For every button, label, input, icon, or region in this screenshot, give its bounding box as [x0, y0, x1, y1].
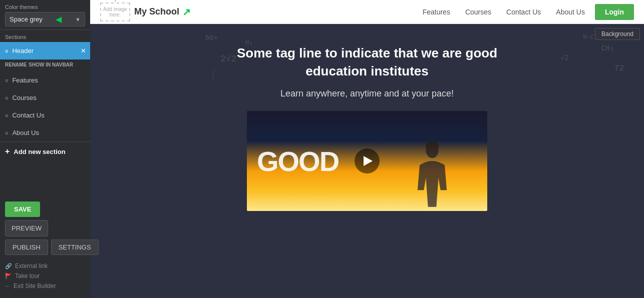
show-in-navbar-button[interactable]: SHOW IN NAVBAR — [29, 61, 73, 68]
take-tour-label: Take tour — [15, 272, 40, 280]
nav-about[interactable]: About Us — [556, 8, 585, 16]
color-theme-dropdown-arrow: ▼ — [75, 16, 81, 22]
video-container[interactable]: GOOD — [247, 111, 487, 211]
add-section-button[interactable]: + Add new section — [0, 142, 90, 161]
exit-label: Exit Site Builder — [14, 282, 56, 290]
sidebar-links: 🔗 External link 🚩 Take tour ← Exit Site … — [0, 259, 90, 293]
site-name-text: My School — [134, 6, 179, 17]
video-good-text: GOOD — [257, 144, 339, 177]
nav-features[interactable]: Features — [423, 8, 450, 16]
nav-links: Features Courses Contact Us About Us — [423, 8, 585, 16]
external-link-label: External link — [15, 262, 48, 270]
sections-label: Sections — [0, 30, 90, 42]
rename-button[interactable]: RENAME — [5, 61, 27, 68]
settings-button[interactable]: SETTINGS — [51, 240, 99, 255]
section-item-label: Header — [12, 47, 34, 54]
section-features-label: Features — [12, 76, 38, 84]
drag-icon: ≡ — [5, 48, 8, 54]
color-themes-label: Color themes — [0, 0, 90, 12]
video-thumbnail: GOOD — [247, 111, 487, 211]
drag-icon-courses: ≡ — [5, 95, 8, 101]
section-item-features[interactable]: ≡ Features — [0, 72, 90, 89]
exit-site-builder-link[interactable]: ← Exit Site Builder — [5, 281, 85, 291]
section-item-header[interactable]: ≡ Header ✕ — [0, 42, 90, 60]
publish-button[interactable]: PUBLISH — [5, 240, 48, 255]
top-nav: ↑ Add image here. My School ↗ Features C… — [90, 0, 644, 24]
section-item-about[interactable]: ≡ About Us — [0, 124, 90, 142]
save-button[interactable]: SAVE — [5, 202, 40, 217]
color-theme-green-arrow: ◀ — [56, 14, 62, 24]
login-button[interactable]: Login — [595, 4, 634, 20]
sidebar: Color themes Space grey ◀ ▼ Sections ≡ H… — [0, 0, 90, 298]
color-theme-value: Space grey — [10, 16, 43, 23]
drag-icon-features: ≡ — [5, 78, 8, 84]
nav-courses[interactable]: Courses — [465, 8, 491, 16]
btn-row2: PUBLISH SETTINGS — [0, 240, 90, 259]
section-contact-label: Contact Us — [12, 112, 44, 119]
site-name: My School ↗ — [134, 6, 191, 18]
close-icon[interactable]: ✕ — [81, 47, 86, 54]
section-item-contact[interactable]: ≡ Contact Us — [0, 106, 90, 124]
preview-button[interactable]: PREVIEW — [5, 220, 48, 236]
drag-icon-contact: ≡ — [5, 112, 8, 118]
play-button[interactable] — [355, 148, 380, 174]
person-silhouette — [407, 136, 457, 211]
drag-icon-about: ≡ — [5, 130, 8, 136]
sidebar-buttons: SAVE PREVIEW — [0, 196, 90, 240]
logo-arrow-up: ↑ — [113, 0, 118, 4]
site-name-arrow: ↗ — [182, 6, 191, 18]
external-link[interactable]: 🔗 External link — [5, 261, 85, 271]
section-item-courses[interactable]: ≡ Courses — [0, 89, 90, 106]
take-tour-link[interactable]: 🚩 Take tour — [5, 271, 85, 281]
take-tour-icon: 🚩 — [5, 273, 12, 280]
sidebar-footer: SAVE PREVIEW PUBLISH SETTINGS 🔗 External… — [0, 196, 90, 298]
section-actions: RENAME SHOW IN NAVBAR — [0, 60, 90, 72]
hero-content: Some tag line to indicate that we are go… — [90, 24, 644, 211]
logo-placeholder[interactable]: ↑ Add image here. — [100, 2, 130, 22]
hero-title: Some tag line to indicate that we are go… — [217, 44, 517, 80]
background-button[interactable]: Background — [595, 28, 640, 40]
svg-point-1 — [426, 142, 439, 152]
main-area: ↑ Add image here. My School ↗ Features C… — [90, 0, 644, 298]
logo-area: ↑ Add image here. My School ↗ — [100, 2, 191, 22]
section-courses-label: Courses — [12, 94, 36, 102]
logo-placeholder-text: Add image here. — [101, 6, 129, 18]
hero-subtitle: Learn anywhere, anytime and at your pace… — [90, 88, 644, 99]
section-about-label: About Us — [12, 129, 39, 136]
external-link-icon: 🔗 — [5, 263, 12, 270]
color-theme-select[interactable]: Space grey ◀ ▼ — [5, 12, 85, 26]
content-area: Background 66+ 2√2 H₂ CH₃ 72 H·C ∫ √2 So… — [90, 24, 644, 298]
nav-contact[interactable]: Contact Us — [506, 8, 541, 16]
add-section-label: Add new section — [14, 148, 65, 156]
exit-icon: ← — [5, 283, 11, 289]
plus-icon: + — [5, 147, 10, 156]
